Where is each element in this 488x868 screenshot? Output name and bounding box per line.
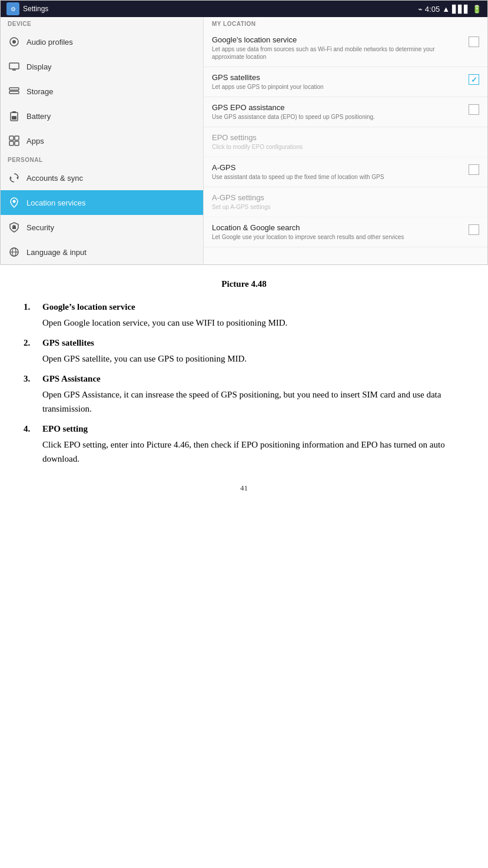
list-item: 4.EPO settingClick EPO setting, enter in…	[24, 424, 464, 466]
list-item-header: 3.GPS Assistance	[24, 374, 464, 384]
screenshot: ⚙ Settings ⌁ 4:05 ▲ ▋▋▋ 🔋 DEVICE Audio p…	[0, 0, 488, 265]
list-body: Open GPS Assistance, it can insrease the…	[24, 387, 464, 416]
storage-label: Storage	[26, 87, 54, 96]
setting-subtitle-gps-satellites: Let apps use GPS to pinpoint your locati…	[212, 83, 463, 91]
svg-marker-14	[16, 176, 18, 180]
status-bar-left: ⚙ Settings	[6, 2, 48, 15]
setting-text-gps-satellites: GPS satellitesLet apps use GPS to pinpoi…	[212, 73, 469, 91]
setting-title-gps-satellites: GPS satellites	[212, 73, 463, 82]
svg-rect-11	[15, 136, 19, 140]
sidebar-item-accounts-sync[interactable]: Accounts & sync	[1, 165, 203, 190]
status-bar: ⚙ Settings ⌁ 4:05 ▲ ▋▋▋ 🔋	[1, 1, 487, 17]
sidebar-item-security[interactable]: Security	[1, 215, 203, 240]
checkbox-gps-satellites[interactable]: ✓	[469, 74, 479, 85]
battery-label: Battery	[26, 112, 51, 121]
sidebar-item-audio-profiles[interactable]: Audio profiles	[1, 29, 203, 54]
picture-caption: Picture 4.48	[24, 279, 464, 289]
location-services-label: Location services	[26, 198, 85, 207]
setting-title-gps-epo-assistance: GPS EPO assistance	[212, 103, 463, 112]
list-item-header: 2.GPS satellites	[24, 338, 464, 348]
setting-title-a-gps: A-GPS	[212, 163, 463, 172]
setting-text-location-google-search: Location & Google searchLet Google use y…	[212, 223, 469, 241]
setting-row-googles-location-service[interactable]: Google's location serviceLet apps use da…	[204, 29, 487, 67]
sync-icon	[8, 171, 21, 184]
svg-rect-13	[15, 141, 19, 145]
clock: 4:05	[425, 5, 440, 14]
setting-title-googles-location-service: Google's location service	[212, 35, 463, 44]
setting-subtitle-googles-location-service: Let apps use data from sources such as W…	[212, 45, 463, 61]
svg-rect-10	[9, 136, 14, 140]
list-title: GPS Assistance	[42, 374, 101, 384]
setting-row-epo-settings: EPO settingsClick to modify EPO configur…	[204, 127, 487, 157]
audio-icon	[8, 35, 21, 48]
language-icon	[8, 246, 21, 259]
list-body: Open Google location service, you can us…	[24, 316, 464, 330]
svg-marker-15	[10, 176, 12, 180]
list-number: 1.	[24, 302, 42, 312]
list-body: Click EPO setting, enter into Picture 4.…	[24, 438, 464, 466]
security-icon	[8, 221, 21, 234]
setting-subtitle-a-gps: Use assistant data to speed up the fixed…	[212, 173, 463, 181]
list-title: GPS satellites	[42, 338, 94, 348]
sidebar: DEVICE Audio profiles Display Storage	[1, 17, 204, 264]
app-title: Settings	[23, 5, 48, 13]
setting-subtitle-location-google-search: Let Google use your location to improve …	[212, 233, 463, 241]
numbered-list: 1.Google’s location serviceOpen Google l…	[24, 302, 464, 466]
right-panel: MY LOCATION Google's location serviceLet…	[204, 17, 487, 264]
display-icon	[8, 60, 21, 73]
setting-title-epo-settings: EPO settings	[212, 133, 473, 142]
apps-label: Apps	[26, 137, 44, 145]
list-number: 4.	[24, 424, 42, 434]
setting-title-a-gps-settings: A-GPS settings	[212, 193, 473, 202]
list-item: 3.GPS AssistanceOpen GPS Assistance, it …	[24, 374, 464, 416]
setting-text-a-gps-settings: A-GPS settingsSet up A-GPS settings	[212, 193, 479, 211]
setting-text-googles-location-service: Google's location serviceLet apps use da…	[212, 35, 469, 61]
storage-icon	[8, 85, 21, 98]
setting-row-a-gps[interactable]: A-GPSUse assistant data to speed up the …	[204, 157, 487, 187]
checkbox-a-gps[interactable]	[469, 164, 479, 175]
list-item: 2.GPS satellitesOpen GPS satellite, you …	[24, 338, 464, 366]
setting-row-a-gps-settings: A-GPS settingsSet up A-GPS settings	[204, 187, 487, 217]
status-bar-right: ⌁ 4:05 ▲ ▋▋▋ 🔋	[418, 5, 482, 14]
battery-icon-status: 🔋	[472, 5, 482, 14]
sidebar-item-apps[interactable]: Apps	[1, 128, 203, 153]
page-number: 41	[24, 483, 464, 493]
sidebar-item-storage[interactable]: Storage	[1, 79, 203, 104]
checkbox-googles-location-service[interactable]	[469, 37, 479, 47]
setting-subtitle-a-gps-settings: Set up A-GPS settings	[212, 203, 473, 211]
usb-icon: ⌁	[418, 5, 423, 14]
svg-rect-8	[12, 111, 16, 113]
screen-body: DEVICE Audio profiles Display Storage	[1, 17, 487, 264]
svg-rect-17	[12, 226, 16, 229]
setting-text-a-gps: A-GPSUse assistant data to speed up the …	[212, 163, 469, 181]
setting-row-gps-epo-assistance[interactable]: GPS EPO assistanceUse GPS assistance dat…	[204, 97, 487, 127]
checkbox-location-google-search[interactable]	[469, 224, 479, 235]
doc-content: Picture 4.48 1.Google’s location service…	[0, 265, 488, 516]
sidebar-item-language-input[interactable]: Language & input	[1, 240, 203, 264]
sidebar-item-display[interactable]: Display	[1, 54, 203, 79]
list-item: 1.Google’s location serviceOpen Google l…	[24, 302, 464, 330]
svg-rect-9	[12, 116, 16, 120]
svg-rect-12	[9, 141, 14, 145]
list-item-header: 1.Google’s location service	[24, 302, 464, 312]
setting-subtitle-epo-settings: Click to modify EPO configurations	[212, 143, 473, 151]
battery-sidebar-icon	[8, 110, 21, 122]
accounts-sync-label: Accounts & sync	[26, 174, 83, 183]
security-label: Security	[26, 223, 54, 232]
sidebar-item-location-services[interactable]: Location services	[1, 190, 203, 215]
svg-point-1	[12, 40, 16, 44]
list-title: EPO setting	[42, 424, 88, 434]
display-label: Display	[26, 62, 52, 71]
checkbox-gps-epo-assistance[interactable]	[469, 104, 479, 115]
svg-point-16	[13, 200, 16, 203]
list-number: 2.	[24, 338, 42, 348]
panel-section-header: MY LOCATION	[204, 17, 487, 29]
setting-row-location-google-search[interactable]: Location & Google searchLet Google use y…	[204, 217, 487, 247]
sidebar-section-device: DEVICE	[1, 17, 203, 29]
signal-icon: ▋▋▋	[452, 5, 470, 14]
language-input-label: Language & input	[26, 248, 87, 257]
sidebar-item-battery[interactable]: Battery	[1, 104, 203, 128]
setting-row-gps-satellites[interactable]: GPS satellitesLet apps use GPS to pinpoi…	[204, 67, 487, 97]
location-icon	[8, 196, 21, 209]
settings-rows: Google's location serviceLet apps use da…	[204, 29, 487, 247]
